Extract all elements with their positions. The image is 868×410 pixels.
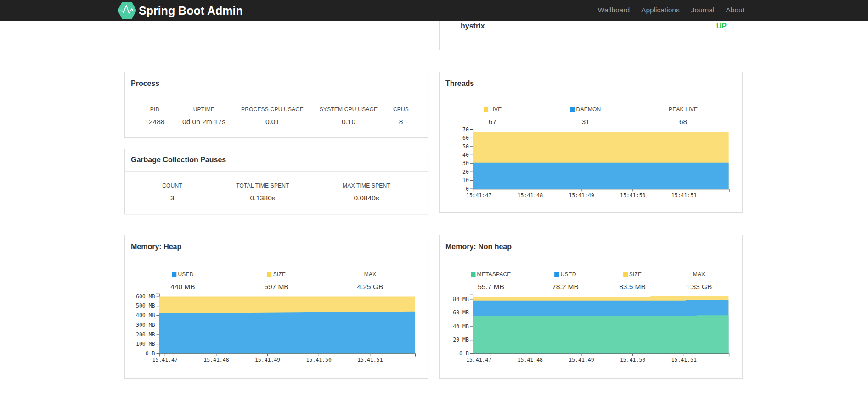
legend-swatch-icon — [267, 272, 272, 277]
legend-swatch-icon — [570, 107, 575, 112]
process-panel-title: Process — [131, 80, 159, 88]
metric-value: 31 — [570, 117, 601, 127]
metric-value: 0.1380s — [236, 193, 289, 203]
metric-label: LIVE — [484, 106, 502, 113]
gc-metric-total-time-spent: TOTAL TIME SPENT0.1380s — [236, 182, 289, 203]
legend-swatch-icon — [484, 107, 488, 112]
threads-metric-peak-live: PEAK LIVE68 — [669, 106, 698, 127]
nav-item-applications: Applications — [636, 0, 686, 21]
application-status-badge: UP — [716, 21, 727, 31]
gc-panel-title: Garbage Collection Pauses — [131, 156, 226, 164]
metric-label: UPTIME — [182, 106, 225, 113]
spring-boot-admin-logo-icon — [118, 2, 136, 19]
divider — [457, 35, 726, 35]
metric-label: METASPACE — [471, 271, 511, 278]
metric-label: PID — [145, 106, 164, 113]
metric-label: MAX — [357, 271, 383, 278]
metric-value: 4.25 GB — [357, 282, 383, 292]
metric-label: SIZE — [264, 271, 288, 278]
application-status-panel: hystrix UP — [439, 21, 743, 50]
metric-value: 8 — [393, 117, 409, 127]
threads-metric-live: LIVE67 — [484, 106, 502, 127]
metric-label: SIZE — [619, 271, 646, 278]
metric-label: USED — [170, 271, 195, 278]
metric-value: 67 — [484, 117, 502, 127]
threads-panel-title: Threads — [445, 80, 474, 88]
legend-swatch-icon — [554, 272, 559, 277]
metric-value: 1.33 GB — [686, 282, 712, 292]
legend-swatch-icon — [471, 272, 475, 277]
process-metric-cpus: CPUS8 — [393, 106, 409, 127]
metric-value: 12488 — [145, 117, 164, 127]
metric-label: PEAK LIVE — [669, 106, 698, 113]
nav-link-about[interactable]: About — [720, 0, 750, 21]
metric-value: 68 — [669, 117, 698, 127]
gc-pauses-panel: Garbage Collection Pauses COUNT3TOTAL TI… — [124, 149, 428, 214]
metric-value: 83.5 MB — [619, 282, 646, 292]
application-name[interactable]: hystrix — [461, 21, 485, 31]
process-metric-pid: PID12488 — [145, 106, 164, 127]
nav-item-journal: Journal — [685, 0, 720, 21]
metric-value: 0.01 — [241, 117, 304, 127]
metric-value: 0.0840s — [343, 193, 390, 203]
nonheap-metric-max: MAX1.33 GB — [686, 271, 712, 292]
metric-value: 0.10 — [320, 117, 378, 127]
metric-label: MAX — [686, 271, 712, 278]
metric-value: 55.7 MB — [471, 282, 511, 292]
memory-heap-panel: Memory: Heap USED440 MBSIZE597 MBMAX4.25… — [124, 235, 428, 379]
gc-metric-max-time-spent: MAX TIME SPENT0.0840s — [343, 182, 390, 203]
heap-panel-title: Memory: Heap — [131, 243, 181, 251]
nonheap-metric-size: SIZE83.5 MB — [619, 271, 646, 292]
gc-panel-heading: Garbage Collection Pauses — [125, 149, 428, 172]
metric-label: SYSTEM CPU USAGE — [320, 106, 378, 113]
metric-label: COUNT — [162, 182, 182, 189]
metric-value: 440 MB — [170, 282, 195, 292]
metric-label: TOTAL TIME SPENT — [236, 182, 289, 189]
process-panel-heading: Process — [125, 72, 428, 95]
metric-value: 3 — [162, 193, 182, 203]
metric-label: DAEMON — [570, 106, 601, 113]
memory-nonheap-panel: Memory: Non heap METASPACE55.7 MBUSED78.… — [439, 235, 743, 379]
threads-metric-daemon: DAEMON31 — [570, 106, 601, 127]
metric-label: USED — [552, 271, 579, 278]
process-metric-uptime: UPTIME0d 0h 2m 17s — [182, 106, 225, 127]
nav-item-wallboard: Wallboard — [592, 0, 635, 21]
metric-value: 0d 0h 2m 17s — [182, 117, 225, 127]
threads-panel-heading: Threads — [440, 72, 742, 95]
metric-label: CPUS — [393, 106, 409, 113]
metric-label: MAX TIME SPENT — [343, 182, 390, 189]
metric-value: 597 MB — [264, 282, 288, 292]
heap-panel-heading: Memory: Heap — [125, 235, 428, 258]
heap-metric-used: USED440 MB — [170, 271, 195, 292]
legend-swatch-icon — [172, 272, 176, 277]
gc-metric-count: COUNT3 — [162, 182, 182, 203]
process-panel: Process PID12488UPTIME0d 0h 2m 17sPROCES… — [124, 72, 428, 138]
nonheap-metric-used: USED78.2 MB — [552, 271, 579, 292]
navbar-menu: WallboardApplicationsJournalAbout — [592, 0, 750, 21]
process-metric-system-cpu-usage: SYSTEM CPU USAGE0.10 — [320, 106, 378, 127]
nav-link-journal[interactable]: Journal — [685, 0, 720, 21]
page: Spring Boot Admin WallboardApplicationsJ… — [0, 0, 868, 410]
nav-link-applications[interactable]: Applications — [636, 0, 686, 21]
nav-item-about: About — [720, 0, 750, 21]
nonheap-panel-title: Memory: Non heap — [445, 243, 512, 251]
process-metric-process-cpu-usage: PROCESS CPU USAGE0.01 — [241, 106, 304, 127]
nonheap-metric-metaspace: METASPACE55.7 MB — [471, 271, 511, 292]
nonheap-panel-heading: Memory: Non heap — [440, 235, 742, 258]
threads-panel: Threads LIVE67DAEMON31PEAK LIVE68 — [439, 72, 743, 213]
legend-swatch-icon — [623, 272, 628, 277]
brand-title: Spring Boot Admin — [139, 4, 243, 17]
heap-metric-max: MAX4.25 GB — [357, 271, 383, 292]
metric-label: PROCESS CPU USAGE — [241, 106, 304, 113]
brand-link[interactable]: Spring Boot Admin — [118, 1, 243, 20]
nav-link-wallboard[interactable]: Wallboard — [592, 0, 635, 21]
navbar: Spring Boot Admin WallboardApplicationsJ… — [0, 0, 868, 21]
metric-value: 78.2 MB — [552, 282, 579, 292]
heap-metric-size: SIZE597 MB — [264, 271, 288, 292]
